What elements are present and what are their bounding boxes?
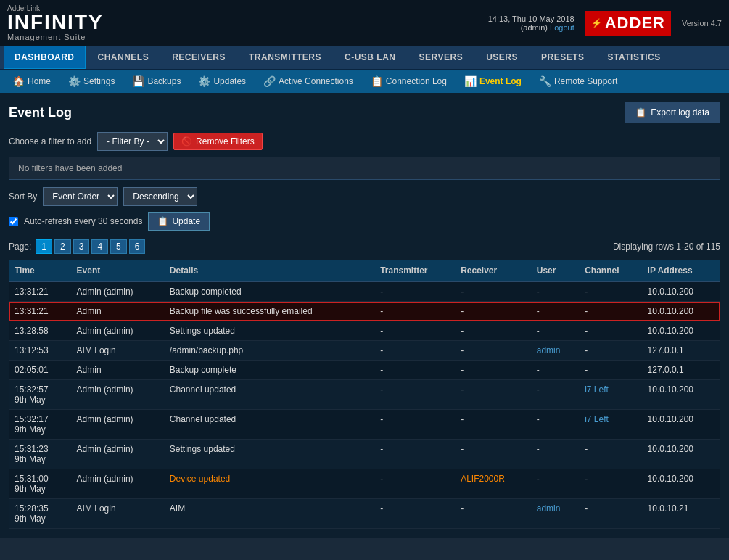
logout-link[interactable]: Logout: [550, 23, 574, 32]
receiver-cell: -: [455, 302, 531, 321]
filter-label: Choose a filter to add: [9, 136, 91, 147]
sub-nav: 🏠 Home ⚙️ Settings 💾 Backups ⚙️ Updates …: [0, 70, 729, 93]
table-row: 15:32:17 9th MayAdmin (admin)Channel upd…: [9, 410, 720, 440]
details-cell: Backup file was successfully emailed: [164, 302, 374, 321]
channel-cell: -: [579, 321, 641, 341]
table-row: 15:28:35 9th MayAIM LoginAIM--admin-10.0…: [9, 499, 720, 529]
page-btn-1[interactable]: 1: [36, 239, 52, 254]
transmitter-cell: -: [374, 380, 455, 410]
channel-cell: i7 Left: [579, 380, 641, 410]
export-label: Export log data: [651, 107, 709, 118]
page-btn-2[interactable]: 2: [54, 239, 71, 254]
subnav-remote-support[interactable]: 🔧 Remote Support: [530, 70, 626, 93]
subnav-settings[interactable]: ⚙️ Settings: [59, 70, 123, 93]
subnav-connection-log-label: Connection Log: [386, 76, 447, 86]
ip-cell: 127.0.0.1: [642, 361, 720, 380]
page-btn-4[interactable]: 4: [91, 239, 108, 254]
subnav-home[interactable]: 🏠 Home: [4, 70, 59, 93]
event-cell: Admin: [71, 302, 164, 321]
time-cell: 15:28:35 9th May: [9, 499, 71, 529]
tab-statistics[interactable]: STATISTICS: [597, 46, 672, 69]
table-body: 13:31:21Admin (admin)Backup completed---…: [9, 282, 720, 529]
subnav-updates[interactable]: ⚙️ Updates: [189, 70, 255, 93]
col-ip: IP Address: [642, 260, 720, 282]
time-cell: 13:31:21: [9, 302, 71, 321]
channel-cell: -: [579, 440, 641, 469]
export-icon: 📋: [635, 107, 646, 118]
tab-transmitters[interactable]: TRANSMITTERS: [238, 46, 332, 69]
receiver-cell: -: [455, 440, 531, 469]
event-cell: Admin (admin): [71, 380, 164, 410]
details-cell: Settings updated: [164, 321, 374, 341]
channel-cell: -: [579, 282, 641, 302]
event-cell: AIM Login: [71, 341, 164, 361]
channel-cell: i7 Left: [579, 410, 641, 440]
col-channel: Channel: [579, 260, 641, 282]
page-btn-3[interactable]: 3: [73, 239, 90, 254]
tab-presets[interactable]: PRESETS: [530, 46, 596, 69]
transmitter-cell: -: [374, 302, 455, 321]
subnav-backups[interactable]: 💾 Backups: [123, 70, 189, 93]
tab-receivers[interactable]: RECEIVERS: [161, 46, 236, 69]
user-cell: -: [531, 440, 579, 469]
ip-cell: 10.0.10.200: [642, 321, 720, 341]
receiver-cell: ALIF2000R: [455, 469, 531, 499]
user-cell: admin: [531, 341, 579, 361]
top-right-area: 14:13, Thu 10 May 2018 (admin) Logout ⚡ …: [488, 11, 722, 36]
filter-select[interactable]: - Filter By -: [97, 132, 168, 151]
transmitter-cell: -: [374, 361, 455, 380]
details-cell: AIM: [164, 499, 374, 529]
content-area: Event Log 📋 Export log data Choose a fil…: [0, 93, 729, 538]
page-btn-5[interactable]: 5: [110, 239, 127, 254]
details-cell: Channel updated: [164, 380, 374, 410]
user-label: (admin): [521, 23, 548, 32]
tab-users[interactable]: USERS: [475, 46, 529, 69]
receiver-cell: -: [455, 380, 531, 410]
tab-channels[interactable]: CHANNELS: [87, 46, 160, 69]
table-row: 13:31:21Admin (admin)Backup completed---…: [9, 282, 720, 302]
receiver-cell: -: [455, 410, 531, 440]
updates-icon: ⚙️: [198, 75, 210, 87]
time-cell: 02:05:01: [9, 361, 71, 380]
subnav-active-connections[interactable]: 🔗 Active Connections: [255, 70, 362, 93]
export-log-button[interactable]: 📋 Export log data: [625, 102, 720, 123]
subnav-connection-log[interactable]: 📋 Connection Log: [362, 70, 456, 93]
receiver-cell: -: [455, 282, 531, 302]
page-buttons-group: Page: 1 2 3 4 5 6: [9, 239, 145, 254]
table-row: 02:05:01AdminBackup complete----127.0.0.…: [9, 361, 720, 380]
event-cell: Admin (admin): [71, 321, 164, 341]
page-buttons: 1 2 3 4 5 6: [36, 239, 145, 254]
transmitter-cell: -: [374, 499, 455, 529]
page-title-row: Event Log 📋 Export log data: [9, 102, 720, 123]
sort-by-select[interactable]: Event Order: [43, 187, 118, 206]
receiver-cell: -: [455, 361, 531, 380]
sort-row: Sort By Event Order Descending: [9, 187, 720, 206]
pagination-row: Page: 1 2 3 4 5 6 Displaying rows 1-20 o…: [9, 239, 720, 254]
sort-label: Sort By: [9, 192, 37, 202]
adder-icon: ⚡: [591, 18, 602, 28]
transmitter-cell: -: [374, 440, 455, 469]
update-button[interactable]: 📋 Update: [148, 212, 210, 231]
time-cell: 15:31:00 9th May: [9, 469, 71, 499]
subnav-event-log[interactable]: 📊 Event Log: [456, 70, 530, 93]
subnav-event-log-label: Event Log: [479, 76, 522, 86]
tab-dashboard[interactable]: DASHBOARD: [4, 46, 86, 69]
user-cell: -: [531, 282, 579, 302]
connection-log-icon: 📋: [371, 75, 383, 87]
sort-direction-select[interactable]: Descending: [123, 187, 197, 206]
page-title: Event Log: [9, 105, 72, 120]
ip-cell: 10.0.10.200: [642, 410, 720, 440]
brand-infinity: INFINITY: [7, 12, 104, 33]
tab-cusb-lan[interactable]: C-USB LAN: [334, 46, 407, 69]
displaying-text: Displaying rows 1-20 of 115: [613, 242, 720, 252]
table-row: 13:12:53AIM Login/admin/backup.php--admi…: [9, 341, 720, 361]
header-row: Time Event Details Transmitter Receiver …: [9, 260, 720, 282]
remove-filters-button[interactable]: 🚫 Remove Filters: [173, 133, 263, 150]
subnav-remote-support-label: Remote Support: [554, 76, 617, 86]
page-btn-6[interactable]: 6: [129, 239, 146, 254]
table-row: 15:32:57 9th MayAdmin (admin)Channel upd…: [9, 380, 720, 410]
transmitter-cell: -: [374, 469, 455, 499]
tab-servers[interactable]: SERVERS: [408, 46, 474, 69]
event-cell: Admin (admin): [71, 410, 164, 440]
auto-refresh-checkbox[interactable]: [9, 217, 18, 226]
